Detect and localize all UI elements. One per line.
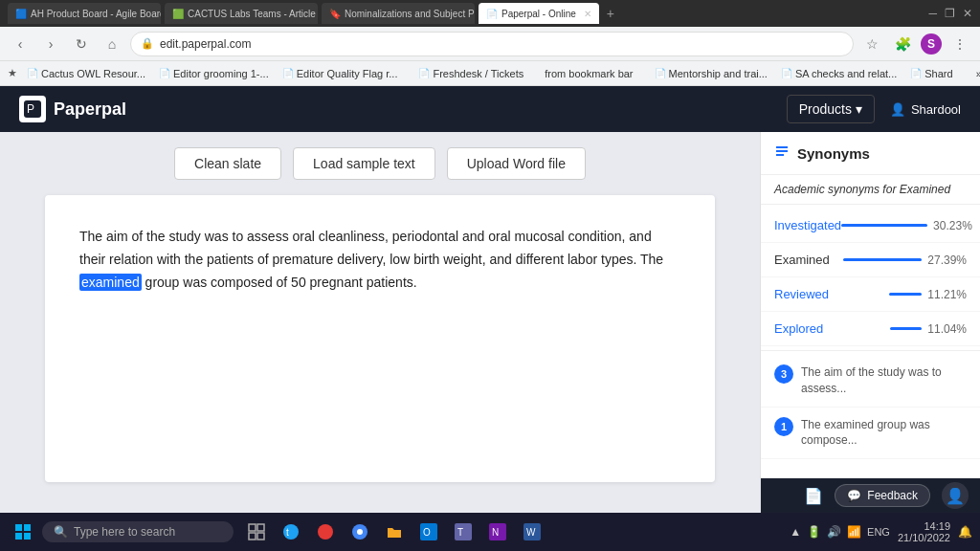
taskbar-teams[interactable]: T [448,517,479,547]
more-bookmarks-btn[interactable]: » [970,66,980,81]
taskbar-network-icon[interactable]: 📶 [847,525,861,539]
taskbar-word[interactable]: W [517,517,547,547]
browser-title-bar: 🟦 AH Product Board - Agile Board ✕ 🟩 CAC… [0,0,980,27]
sidebar-title: Synonyms [797,145,870,162]
menu-btn[interactable]: ⋮ [947,32,972,56]
toolbar: Clean slate Load sample text Upload Word… [174,147,586,180]
forward-btn[interactable]: › [38,32,63,56]
close-btn[interactable]: ✕ [963,7,972,20]
document-icon: 📄 [804,487,823,505]
browser-frame: 🟦 AH Product Board - Agile Board ✕ 🟩 CAC… [0,0,980,551]
taskbar-system-icons: ▲ 🔋 🔊 📶 ENG [790,525,890,539]
synonym-pct-examined: 27.39% [927,253,967,267]
app-header-right: Products ▾ 👤 Shardool [787,95,961,123]
tab-paperpal[interactable]: 📄 Paperpal - Online ✕ [479,3,599,24]
bookmark-mentorship[interactable]: 📄 Mentorship and trai... [649,66,773,81]
profile-btn[interactable]: S [921,33,942,55]
tab-nominalizations[interactable]: 🔖 Nominalizations and Subject Pos... ✕ [322,3,475,24]
address-bar[interactable]: 🔒 edit.paperpal.com [130,32,854,56]
main-layout: Clean slate Load sample text Upload Word… [0,132,980,513]
upload-word-btn[interactable]: Upload Word file [447,147,586,180]
sidebar-subtitle: Academic synonyms for Examined [761,175,980,205]
clean-slate-btn[interactable]: Clean slate [174,147,281,180]
svg-text:t: t [286,527,289,538]
extensions-btn[interactable]: 🧩 [890,32,915,56]
taskbar-wifi-icon[interactable]: ▲ [790,525,801,539]
synonym-item-investigated[interactable]: Investigated 30.23% [761,209,980,243]
editor-container[interactable]: The aim of the study was to assess oral … [45,195,715,482]
synonym-bar-examined [843,258,922,261]
tab-ah-product[interactable]: 🟦 AH Product Board - Agile Board ✕ [8,3,161,24]
bookmark-editor-quality[interactable]: 📄 Editor Quality Flag r... [277,66,404,81]
taskbar-chrome[interactable] [345,517,375,547]
restore-btn[interactable]: ❐ [945,7,955,20]
svg-rect-7 [15,533,22,540]
bookmark-sa-checks[interactable]: 📄 SA checks and relat... [775,66,902,81]
svg-rect-12 [257,533,264,540]
svg-rect-5 [15,524,22,531]
app-content: P Paperpal Products ▾ 👤 Shardool [0,86,980,513]
taskbar-volume-icon[interactable]: 🔊 [827,525,841,539]
synonym-word-explored: Explored [774,321,823,336]
feedback-icon: 💬 [847,489,861,502]
taskbar-right: ▲ 🔋 🔊 📶 ENG 14:19 21/10/2022 🔔 [790,520,972,543]
search-icon: 🔍 [54,525,68,539]
suggestion-text-1: The aim of the study was to assess... [801,364,967,397]
load-sample-btn[interactable]: Load sample text [293,147,435,180]
synonym-pct-explored: 11.04% [927,322,967,336]
synonym-word-examined: Examined [774,253,830,267]
suggestion-item-1[interactable]: 3 The aim of the study was to assess... [761,355,980,408]
synonym-bar-container-2: 27.39% [830,253,967,267]
taskbar-folder[interactable] [379,517,410,547]
new-tab-btn[interactable]: + [607,6,614,21]
taskbar-time: 14:19 21/10/2022 [898,520,950,543]
taskbar-onenote[interactable]: N [482,517,513,547]
bookmark-bar: ★ 📄 Cactus OWL Resour... 📄 Editor groomi… [0,61,980,86]
svg-text:P: P [27,102,34,116]
reload-btn[interactable]: ↻ [69,32,94,56]
products-btn[interactable]: Products ▾ [787,95,875,123]
home-btn[interactable]: ⌂ [100,32,124,56]
minimize-btn[interactable]: ─ [928,7,937,20]
back-btn[interactable]: ‹ [8,32,33,56]
synonym-bar-investigated [841,224,927,227]
tab-cactus[interactable]: 🟩 CACTUS Labs Teams - Article 4.C... ✕ [165,3,318,24]
synonym-pct-investigated: 30.23% [933,219,972,232]
synonym-pct-reviewed: 11.21% [927,288,967,301]
synonym-word-investigated: Investigated [774,218,841,232]
svg-point-15 [318,524,333,540]
bookmark-editor-grooming[interactable]: 📄 Editor grooming 1-... [153,66,275,81]
synonym-bar-explored [890,327,922,330]
suggestion-badge-1: 3 [774,364,793,384]
sidebar-divider [761,350,980,351]
synonyms-list: Investigated 30.23% Examined 27.39% [761,205,980,478]
synonym-item-reviewed[interactable]: Reviewed 11.21% [761,277,980,312]
synonym-item-explored[interactable]: Explored 11.04% [761,312,980,346]
bookmark-freshdesk[interactable]: 📄 Freshdesk / Tickets [412,66,529,81]
taskbar-notification-icon[interactable]: 🔔 [958,525,972,539]
taskbar-app-red[interactable] [310,517,341,547]
bookmark-shard[interactable]: 📄 Shard [904,66,958,81]
user-icon-btn[interactable]: 👤 [942,482,969,509]
feedback-btn[interactable]: 💬 Feedback [835,484,930,507]
taskbar-search[interactable]: 🔍 Type here to search [42,521,234,542]
start-btn[interactable] [8,517,38,547]
suggestion-item-2[interactable]: 1 The examined group was compose... [761,408,980,460]
svg-rect-10 [257,524,264,531]
bookmark-btn[interactable]: ☆ [859,32,884,56]
taskbar-twitter[interactable]: t [276,517,306,547]
synonym-item-examined[interactable]: Examined 27.39% [761,243,980,277]
taskbar-outlook[interactable]: O [413,517,444,547]
browser-controls: ‹ › ↻ ⌂ 🔒 edit.paperpal.com ☆ 🧩 S ⋮ [0,27,980,61]
taskbar-battery-icon[interactable]: 🔋 [807,525,821,539]
suggestion-badge-2: 1 [774,417,793,436]
sidebar: Synonyms Academic synonyms for Examined … [760,132,980,513]
suggestion-text-2: The examined group was compose... [801,417,967,450]
chevron-down-icon: ▾ [856,101,862,117]
user-btn[interactable]: 👤 Shardool [890,102,961,117]
bookmark-cactus-owl[interactable]: 📄 Cactus OWL Resour... [21,66,151,81]
bookmark-from-bar[interactable]: from bookmark bar [539,66,638,81]
highlighted-word[interactable]: examined [79,274,142,291]
synonym-bar-reviewed [889,293,922,296]
taskbar-task-view[interactable] [241,517,272,547]
